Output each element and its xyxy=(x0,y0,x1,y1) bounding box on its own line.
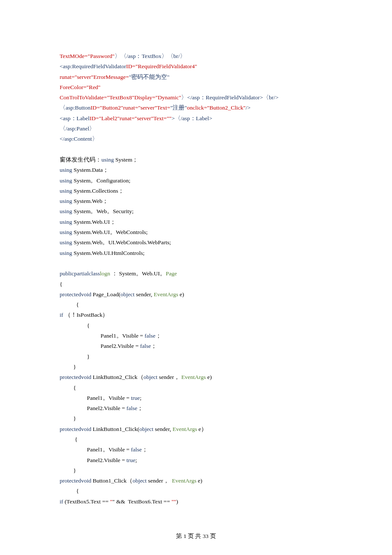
code-line: </asp:Content〉 xyxy=(60,134,332,144)
code-line: 〈/asp:Panel〉 xyxy=(60,124,332,134)
code-line: protectedvoid LinkButton1_Click(object s… xyxy=(60,424,332,434)
code-token: object xyxy=(133,477,147,484)
code-token: using xyxy=(60,239,72,246)
code-token: protectedvoid xyxy=(60,477,91,484)
code-token: protectedvoid xyxy=(60,291,91,298)
code-token: sender, xyxy=(135,291,154,298)
code-line: using System.Data； xyxy=(60,165,332,175)
code-token: if xyxy=(60,312,63,318)
code-token: ； xyxy=(142,446,148,453)
code-token: System.Web.UI。WebControls; xyxy=(72,229,147,235)
code-token: ; xyxy=(140,395,141,401)
code-token: System.Web.UI； xyxy=(72,219,116,225)
code-token: onclick="Button2_Click" xyxy=(187,104,246,111)
code-line: Panel2.Visible = false； xyxy=(60,403,332,413)
code-line: { xyxy=(60,321,332,331)
code-token: System.Web； xyxy=(72,198,108,204)
code-line xyxy=(60,258,332,269)
code-token: System.Data； xyxy=(72,167,109,173)
code-token: false xyxy=(127,405,137,411)
code-token: using xyxy=(60,177,72,184)
code-token: false xyxy=(140,343,151,349)
code-token: ； xyxy=(151,343,157,349)
code-token: { xyxy=(73,301,79,308)
code-token: Panel2.Visible = xyxy=(87,405,127,411)
code-token xyxy=(60,260,61,266)
code-token: { xyxy=(73,436,78,442)
code-line: { xyxy=(60,279,332,289)
code-token: Panel1。Visible = xyxy=(101,332,144,339)
code-token: 〉〈/asp：TextBox〉〈br/〉 xyxy=(115,53,186,59)
code-line: { xyxy=(60,383,332,393)
code-token: 〈asp:Button xyxy=(60,104,91,111)
code-token: } xyxy=(73,467,76,474)
code-token: Panel2.Visible = xyxy=(101,343,140,349)
code-token: ； xyxy=(137,405,143,411)
code-token: using xyxy=(60,219,72,225)
code-token: ConTrolToValidate="TextBox8"Display="Dyn… xyxy=(60,94,181,101)
code-token: true xyxy=(127,457,135,463)
code-token: e) xyxy=(178,291,184,298)
code-token: protectedvoid xyxy=(60,374,91,380)
code-line: protectedvoid LinkButton2_Click（object s… xyxy=(60,372,332,382)
code-token: using xyxy=(60,198,72,204)
code-token: sender, xyxy=(153,426,173,432)
code-token: { xyxy=(60,281,62,287)
code-line: } xyxy=(60,352,332,362)
page-footer: 第 1 页 共 33 页 xyxy=(0,524,392,555)
code-token: "" xyxy=(171,498,176,505)
code-token xyxy=(60,146,61,153)
code-token: System.Web.UI.HtmlControls; xyxy=(72,250,144,256)
code-line: 窗体发生代码：using System； xyxy=(60,155,332,165)
code-line: } xyxy=(60,413,332,424)
code-token: using xyxy=(101,156,114,163)
code-token: " && TextBox6.Text == xyxy=(112,498,172,505)
code-line: { xyxy=(60,300,332,310)
code-token: false xyxy=(131,446,141,453)
code-token: using xyxy=(60,208,72,214)
code-token: Panel1。Visible = xyxy=(87,446,131,453)
code-token: ID="Button2"runat="server"Text= xyxy=(91,104,170,111)
code-line: 〈asp:ButtonID="Button2"runat="server"Tex… xyxy=(60,103,332,113)
code-token: true xyxy=(131,395,140,401)
code-line: { xyxy=(60,486,332,496)
code-token: （！IsPostBack） xyxy=(63,312,108,318)
code-token: using xyxy=(60,167,72,173)
code-token: } xyxy=(73,364,76,370)
code-line: protectedvoid Button1_Click（object sende… xyxy=(60,476,332,486)
code-token: /> xyxy=(246,104,251,111)
code-line: Panel2.Visible = true; xyxy=(60,455,332,465)
code-token: 〉</asp：RequiredFieldValidator>〈br/> xyxy=(181,94,278,101)
code-token: } xyxy=(73,415,76,422)
code-token: LinkButton1_Click( xyxy=(91,426,139,432)
code-token: ErrorMessage= xyxy=(93,74,129,80)
code-line: if (TextBox5.Text == "" && TextBox6.Text… xyxy=(60,497,332,507)
document-page: TextMOde="Password"〉〈/asp：TextBox〉〈br/〉<… xyxy=(0,0,392,524)
code-line: Panel2.Visible = false； xyxy=(60,341,332,351)
code-token: sender， xyxy=(147,477,172,484)
code-line: runat="server"ErrorMessage="密码不能为空" xyxy=(60,72,332,82)
code-token: ： System。Web.UI。 xyxy=(110,270,166,277)
code-token: TextMOde="Password" xyxy=(60,53,115,59)
code-line: using System.Web。UI.WebControls.WebParts… xyxy=(60,237,332,248)
code-token: EventArgs xyxy=(154,291,179,298)
code-token: runat="server" xyxy=(60,74,93,80)
code-line: ForeColor="Red" xyxy=(60,82,332,92)
code-token: object xyxy=(144,374,158,380)
code-token: Page xyxy=(166,270,177,277)
code-token: LinkButton2_Click（ xyxy=(91,374,143,380)
code-token: <asp：Label xyxy=(60,115,89,121)
code-line: using System.Collections； xyxy=(60,186,332,196)
code-token: using xyxy=(60,229,72,235)
code-token: Panel1。Visible = xyxy=(87,395,131,401)
code-token: ID="RequiredFieldValidator4" xyxy=(126,63,197,69)
code-token: object xyxy=(139,426,153,432)
code-line: if （！IsPostBack） xyxy=(60,310,332,320)
code-line: using System.Web； xyxy=(60,196,332,206)
code-line: using System.Web.UI.HtmlControls; xyxy=(60,248,332,258)
code-line: Panel1。Visible = false； xyxy=(60,445,332,455)
code-token: e) xyxy=(206,374,212,380)
code-line: TextMOde="Password"〉〈/asp：TextBox〉〈br/〉 xyxy=(60,51,332,61)
code-token: false xyxy=(144,332,155,339)
code-token: </asp:Content〉 xyxy=(60,136,98,142)
